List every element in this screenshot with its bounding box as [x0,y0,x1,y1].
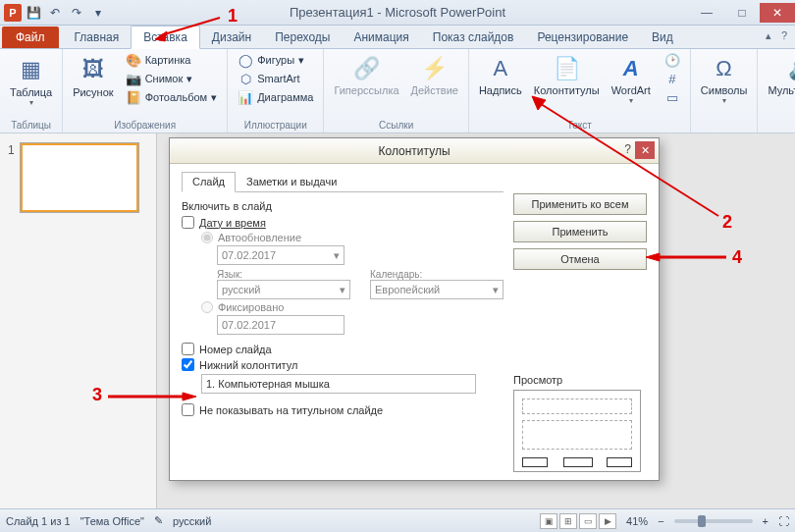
tab-file[interactable]: Файл [2,27,59,48]
album-label: Фотоальбом [145,91,208,103]
auto-update-radio[interactable]: Автообновление [201,232,504,243]
media-button[interactable]: 🔊 Мультимедиа ▾ [764,51,795,107]
date-value: 07.02.2017 [222,249,276,261]
lang-value: русский [222,284,260,295]
fixed-date-input[interactable] [217,315,344,335]
footer-checkbox-input[interactable] [182,358,194,371]
hyperlink-button[interactable]: 🔗 Гиперссылка [330,51,402,98]
tab-review[interactable]: Рецензирование [525,27,640,48]
group-illustrations: ◯Фигуры ▾ ⬡SmartArt 📊Диаграмма Иллюстрац… [228,49,324,133]
group-images: 🖼 Рисунок 🎨Картинка 📷Снимок ▾ 📔Фотоальбо… [63,49,228,133]
datetime-label: Дату и время [199,217,266,229]
shapes-button[interactable]: ◯Фигуры ▾ [234,51,317,69]
window-title: Презентация1 - Microsoft PowerPoint [0,5,795,20]
picture-button[interactable]: 🖼 Рисунок [69,51,118,100]
auto-update-radio-input[interactable] [201,232,213,243]
maximize-button[interactable]: □ [724,3,760,23]
fixed-radio-input[interactable] [201,301,213,313]
textbox-button[interactable]: A Надпись [475,51,526,98]
fit-screen-button[interactable]: ⛶ [778,515,789,527]
redo-button[interactable]: ↷ [67,3,86,23]
tab-transitions[interactable]: Переходы [263,27,342,48]
spellcheck-icon[interactable]: ✎ [154,514,163,527]
arrow-1 [155,16,224,39]
ribbon-tabs: Файл Главная Вставка Дизайн Переходы Ани… [0,26,795,49]
title-bar: P 💾 ↶ ↷ ▾ Презентация1 - Microsoft Power… [0,0,795,26]
action-label: Действие [411,84,458,96]
slideshow-view-button[interactable]: ▶ [599,513,616,529]
status-language[interactable]: русский [173,515,211,527]
clipart-button[interactable]: 🎨Картинка [122,51,222,69]
fixed-radio[interactable]: Фиксировано [201,301,504,313]
date-combo[interactable]: 07.02.2017▾ [217,245,344,265]
sorter-view-button[interactable]: ⊞ [559,513,577,529]
photoalbum-button[interactable]: 📔Фотоальбом ▾ [122,88,222,106]
preview-label: Просмотр [513,374,647,386]
close-button[interactable]: ✕ [760,3,795,23]
noshow-label: Не показывать на титульном слайде [199,404,383,416]
undo-button[interactable]: ↶ [45,3,65,23]
svg-marker-1 [155,31,167,41]
datetime-checkbox-input[interactable] [182,216,194,229]
datetime-checkbox[interactable]: Дату и время [182,216,504,229]
quick-access-toolbar: P 💾 ↶ ↷ ▾ [0,3,112,23]
slidenumber-checkbox[interactable]: Номер слайда [182,343,504,355]
annotation-4: 4 [732,247,742,268]
footer-text-input[interactable] [201,374,476,394]
zoom-slider[interactable] [674,519,753,523]
status-bar: Слайд 1 из 1 "Тема Office" ✎ русский ▣ ⊞… [0,508,795,532]
zoom-out-button[interactable]: − [658,515,663,527]
calendar-label: Календарь: [370,269,504,280]
calendar-value: Европейский [375,284,440,295]
slide-preview [21,143,138,212]
apply-button[interactable]: Применить [513,221,647,242]
clipart-label: Картинка [145,54,191,66]
arrow-3 [108,393,196,400]
hyperlink-label: Гиперссылка [334,84,398,96]
noshow-title-checkbox[interactable]: Не показывать на титульном слайде [182,403,504,416]
dialog-tab-slide[interactable]: Слайд [182,172,236,192]
headerfooter-button[interactable]: 📄 Колонтитулы [530,51,604,98]
minimize-button[interactable]: — [689,3,724,23]
lang-combo[interactable]: русский▾ [217,280,350,299]
footer-checkbox[interactable]: Нижний колонтитул [182,358,504,371]
normal-view-button[interactable]: ▣ [540,513,557,529]
action-button[interactable]: ⚡ Действие [407,51,462,98]
tab-slideshow[interactable]: Показ слайдов [421,27,526,48]
chart-button[interactable]: 📊Диаграмма [234,88,317,106]
symbols-icon: Ω [709,53,740,84]
tab-view[interactable]: Вид [640,27,685,48]
reading-view-button[interactable]: ▭ [579,513,597,529]
screenshot-button[interactable]: 📷Снимок ▾ [122,70,222,87]
table-button[interactable]: ▦ Таблица ▾ [6,51,56,109]
help-icon[interactable]: ? [781,29,787,42]
group-label-links: Ссылки [330,119,462,133]
qat-dropdown[interactable]: ▾ [88,3,108,23]
datetime-icon: 🕑 [664,52,680,68]
zoom-in-button[interactable]: + [763,515,768,527]
headerfooter-label: Колонтитулы [534,84,600,96]
calendar-combo[interactable]: Европейский▾ [370,280,504,299]
include-label: Включить в слайд [182,200,504,212]
dialog-tabs: Слайд Заметки и выдачи [182,172,504,192]
dialog-tab-notes[interactable]: Заметки и выдачи [236,172,347,191]
tab-home[interactable]: Главная [63,27,132,48]
shapes-label: Фигуры [257,54,294,66]
smartart-button[interactable]: ⬡SmartArt [234,70,317,87]
group-links: 🔗 Гиперссылка ⚡ Действие Ссылки [324,49,469,133]
footer-label: Нижний колонтитул [199,359,297,371]
status-slide: Слайд 1 из 1 [6,515,71,527]
datetime-button[interactable]: 🕑 [661,51,684,69]
window-controls: — □ ✕ [689,3,795,23]
slidenumber-button[interactable]: # [661,70,684,87]
cancel-button[interactable]: Отмена [513,248,647,270]
slidenumber-checkbox-input[interactable] [182,343,194,355]
hyperlink-icon: 🔗 [350,53,382,84]
noshow-title-checkbox-input[interactable] [182,403,194,416]
ribbon-help: ▴ ? [766,29,787,42]
collapse-ribbon-icon[interactable]: ▴ [766,29,771,42]
slide-thumbnail-panel: 1 [0,133,157,508]
slide-thumbnail[interactable]: 1 [8,143,148,212]
save-button[interactable]: 💾 [24,3,43,23]
tab-animation[interactable]: Анимация [342,27,420,48]
